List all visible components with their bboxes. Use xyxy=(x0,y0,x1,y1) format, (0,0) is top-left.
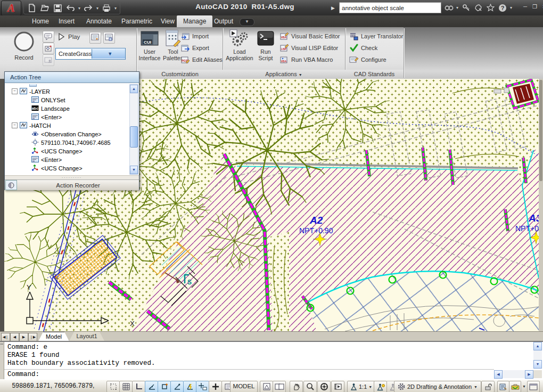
tree-item-onlyset[interactable]: ONLYSet xyxy=(5,95,139,104)
scrollbar-thumb[interactable] xyxy=(130,126,138,148)
tray-toolbox-icon[interactable] xyxy=(509,381,521,392)
restore-button[interactable]: ❐ xyxy=(531,3,538,10)
minimize-button[interactable]: ─ xyxy=(522,3,529,10)
collapse-icon[interactable]: − xyxy=(12,88,18,94)
command-horizontal-scrollbar[interactable]: ◀ ▶ xyxy=(494,370,533,378)
load-application-button[interactable]: Load Application xyxy=(226,29,253,61)
model-space-button[interactable]: MODEL xyxy=(230,381,258,392)
tab-insert[interactable]: Insert xyxy=(52,15,81,27)
tree-item-hatch[interactable]: − -HATCH xyxy=(5,121,139,129)
snap-mode-button[interactable] xyxy=(106,381,120,392)
grid-display-button[interactable] xyxy=(119,381,133,392)
pan-button[interactable] xyxy=(290,381,303,392)
scroll-up-icon[interactable]: ▲ xyxy=(130,85,138,93)
tree-item-coordinates[interactable]: 579110.7041,740967.4685 xyxy=(5,138,139,146)
panel-label-applications[interactable]: Applications ▼ xyxy=(223,70,345,79)
info-center-search-input[interactable] xyxy=(339,2,441,13)
tree-item-landscape[interactable]: abc Landscape xyxy=(5,104,139,112)
zoom-button[interactable] xyxy=(303,381,317,392)
qat-dropdown-icon[interactable]: ▾ xyxy=(114,6,117,11)
help-dropdown-icon[interactable]: ▾ xyxy=(510,5,512,10)
search-collapse-icon[interactable]: ▶ xyxy=(331,5,336,11)
command-window-grip[interactable] xyxy=(0,342,4,379)
preference-icon[interactable] xyxy=(89,32,101,44)
tree-item-ucs2[interactable]: <UCS Change> xyxy=(5,164,139,172)
search-dropdown-icon[interactable]: ▾ xyxy=(456,5,458,10)
plot-icon[interactable] xyxy=(102,3,111,13)
new-file-icon[interactable] xyxy=(27,3,37,13)
save-icon[interactable] xyxy=(53,3,62,13)
scroll-up-icon[interactable]: ▲ xyxy=(533,342,542,350)
prev-tab-icon[interactable]: ◀ xyxy=(10,333,19,341)
clean-screen-button[interactable] xyxy=(527,381,540,392)
panel-resize-grip[interactable]: ......... xyxy=(5,175,139,179)
close-button[interactable]: ✕ xyxy=(541,3,543,10)
layer-translator-button[interactable]: Layer Translator xyxy=(349,31,403,42)
check-standards-button[interactable]: Check xyxy=(349,43,377,53)
action-tree-header[interactable]: Action Tree xyxy=(5,72,139,83)
visual-basic-editor-button[interactable]: VBA Visual Basic Editor xyxy=(280,31,340,42)
favorites-star-icon[interactable] xyxy=(486,3,495,13)
panel-label-customization[interactable]: Customization xyxy=(137,70,223,79)
redo-icon[interactable] xyxy=(84,3,93,13)
user-interface-button[interactable]: CUI User Interface xyxy=(138,29,161,61)
scale-dropdown-icon[interactable]: ▼ xyxy=(368,385,372,389)
tree-item-enter1[interactable]: <Enter> xyxy=(5,112,139,121)
help-icon[interactable]: ? xyxy=(498,3,507,13)
combo-dropdown-icon[interactable]: ▼ xyxy=(92,49,125,59)
export-button[interactable]: Export xyxy=(181,43,209,53)
search-icon[interactable] xyxy=(444,3,454,13)
polar-tracking-button[interactable] xyxy=(145,381,158,392)
visual-lisp-editor-button[interactable]: LISP Visual LISP Editor xyxy=(280,43,338,53)
drawing-scrollbar-thumb[interactable] xyxy=(539,80,542,181)
tab-parametric[interactable]: Parametric xyxy=(115,15,159,27)
tab-layout1[interactable]: Layout1 xyxy=(69,332,104,341)
tree-item-observation[interactable]: <Observation Change> xyxy=(5,129,139,138)
object-snap-button[interactable] xyxy=(158,381,171,392)
command-prompt[interactable]: Command: xyxy=(7,371,39,378)
tab-output[interactable]: Output xyxy=(208,15,240,27)
tree-item-layer[interactable]: − -LAYER xyxy=(5,87,139,95)
import-button[interactable]: Import xyxy=(181,31,209,42)
s-structure-label[interactable]: S xyxy=(187,279,192,286)
action-recorder-bar[interactable]: Action Recorder xyxy=(5,179,139,190)
annotation-scale-button[interactable]: 1:1 ▼ xyxy=(347,381,375,392)
panel-label-cad-standards[interactable]: CAD Standards xyxy=(345,70,404,79)
tree-item-enter2[interactable]: <Enter> xyxy=(5,155,139,164)
first-tab-icon[interactable]: ◀❘ xyxy=(1,333,10,341)
communication-center-icon[interactable] xyxy=(473,3,483,13)
run-vba-macro-button[interactable]: VBA Run VBA Macro xyxy=(280,54,333,65)
lineweight-button[interactable] xyxy=(209,381,222,392)
redo-dropdown-icon[interactable]: ▾ xyxy=(96,6,98,11)
insert-message-icon[interactable] xyxy=(43,31,54,43)
tab-annotate[interactable]: Annotate xyxy=(80,15,118,27)
steering-wheel-button[interactable] xyxy=(317,381,331,392)
open-file-icon[interactable] xyxy=(40,3,50,13)
command-vertical-scrollbar[interactable]: ▲ ▼ xyxy=(533,342,542,369)
tab-model[interactable]: Model xyxy=(38,332,69,341)
configure-standards-button[interactable]: Configure xyxy=(349,54,386,65)
next-tab-icon[interactable]: ▶ xyxy=(19,333,28,341)
undo-icon[interactable] xyxy=(65,3,75,13)
tray-plot-icon[interactable] xyxy=(497,381,509,392)
tree-item-ucs1[interactable]: <UCS Change> xyxy=(5,146,139,155)
scroll-right-icon[interactable]: ▶ xyxy=(525,370,533,379)
insert-base-point-icon[interactable] xyxy=(43,43,54,54)
coordinate-display[interactable]: 598869.1871, 765096.7879, 0.0000 xyxy=(2,381,104,391)
run-script-button[interactable]: Run Script xyxy=(254,29,277,61)
ribbon-options-dropdown-icon[interactable]: ▼ xyxy=(240,18,254,26)
tray-dropdown-icon[interactable]: ▼ xyxy=(522,385,526,388)
last-tab-icon[interactable]: ❘▶ xyxy=(28,333,37,341)
manage-action-macros-icon[interactable] xyxy=(103,32,115,44)
scroll-left-icon[interactable]: ◀ xyxy=(494,370,503,379)
play-button[interactable]: Play xyxy=(55,31,82,43)
collapse-icon[interactable]: − xyxy=(12,123,18,128)
action-macro-combobox[interactable]: CreateGrass ▼ xyxy=(55,48,126,60)
layout-tab-icon[interactable] xyxy=(273,381,286,392)
dynamic-ucs-button[interactable] xyxy=(183,381,196,392)
workspace-dropdown-icon[interactable]: ▼ xyxy=(474,385,478,389)
object-snap-tracking-button[interactable] xyxy=(170,381,184,392)
record-button[interactable]: Record xyxy=(7,30,40,61)
scroll-down-icon[interactable]: ▼ xyxy=(130,166,138,174)
annotation-visibility-button[interactable] xyxy=(374,381,387,392)
